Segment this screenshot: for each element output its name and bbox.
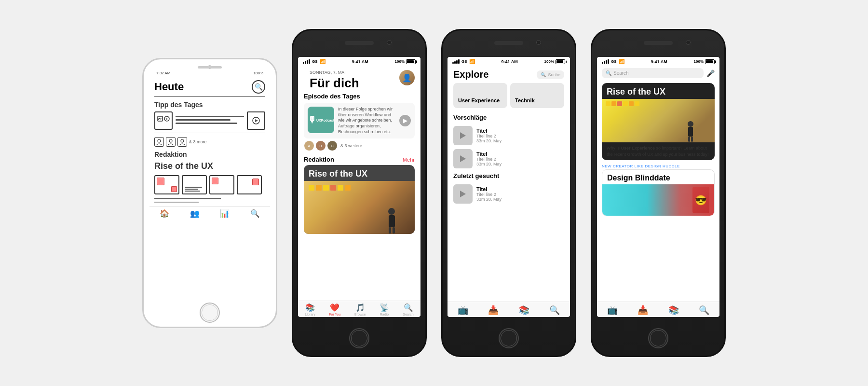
avatar-1: A (304, 140, 314, 151)
search-pill-explore[interactable]: 🔍 Suche (537, 70, 564, 79)
tab-search-3[interactable]: 🔍 (549, 305, 560, 316)
new-creator-link[interactable]: DESIGN HUDDLE (645, 164, 680, 168)
tab-lib-4[interactable]: 📚 (668, 305, 679, 316)
bar4-3 (458, 59, 460, 64)
sketch-tab-chart-icon[interactable]: 📊 (220, 209, 230, 218)
wifi-4: 📶 (619, 59, 624, 64)
tab-foryou-label: For You (329, 313, 340, 316)
battery-icon-2 (406, 59, 416, 64)
new-creator-label: NEW CREATOR LIKE DESIGN HUDDLE (597, 162, 719, 169)
status-right-4: 100% (694, 59, 715, 64)
user-avatar-2[interactable]: 👤 (399, 70, 415, 85)
fuerdich-screen: SONNTAG, 7. MAI Für dich 👤 Episode des T… (298, 65, 420, 301)
home-button-2[interactable] (349, 328, 369, 348)
redaktion-mehr[interactable]: Mehr (403, 157, 415, 163)
suggestion-info-1: Titel Titel line 2 33m 20. May (476, 128, 502, 143)
bar2 (305, 61, 306, 64)
tab-radio[interactable]: 📡 Radio (380, 303, 389, 316)
person-figure-4 (686, 121, 695, 142)
suggestion-1[interactable]: Titel Titel line 2 33m 20. May (448, 124, 570, 147)
tab-library-label: Library (305, 313, 315, 316)
screen-3: GS 📶 9:41 AM 100% Explore (448, 57, 570, 317)
sketch-thumb-2 (182, 175, 207, 194)
tab-search-2[interactable]: 🔍 Search (403, 303, 413, 316)
category-technik[interactable]: Technik (510, 83, 564, 108)
svg-rect-13 (393, 227, 395, 234)
svg-point-10 (388, 208, 395, 215)
episode-card[interactable]: 🎙 UXPodcast In dieser Folge sprechen wir… (304, 103, 415, 138)
mic-icon-4[interactable]: 🎤 (706, 69, 715, 77)
battery-fill-4 (706, 60, 713, 63)
suggestion-2[interactable]: Titel Titel line 2 33m 20. May (448, 147, 570, 170)
status-bar-3: GS 📶 9:41 AM 100% (448, 57, 570, 65)
suggestion-thumb-1 (453, 126, 473, 145)
tab-inbox-4[interactable]: 📥 (637, 305, 648, 316)
tab-search-icon-4[interactable]: 🔍 (699, 305, 709, 316)
sketch-tab-search-icon[interactable]: 🔍 (250, 209, 260, 218)
battery-pct-4: 100% (694, 59, 704, 64)
recent-1[interactable]: Titel Titel line 2 33m 20. May (448, 182, 570, 206)
tab-browse[interactable]: 🎵 Browse (354, 303, 366, 316)
battery-pct-2: 100% (395, 59, 405, 64)
wifi-2: 📶 (320, 59, 326, 64)
tab-tv-3[interactable]: 📺 (458, 305, 468, 316)
home-button-sketch[interactable] (200, 303, 220, 323)
volume-down-2 (292, 110, 293, 127)
tab-foryou[interactable]: ❤️ For You (329, 303, 340, 316)
power-button-2 (425, 93, 427, 120)
svg-rect-15 (688, 127, 693, 137)
power-button-3 (575, 93, 576, 120)
screen-4: GS 📶 9:41 AM 100% (597, 57, 719, 317)
search-bar-row: 🔍 Search 🎤 (597, 65, 719, 81)
status-left-4: GS 📶 (602, 59, 624, 64)
bar2-3 (454, 61, 456, 64)
episode-cover: 🎙 UXPodcast (308, 107, 334, 133)
svg-point-9 (181, 139, 184, 142)
person-figure (386, 207, 398, 234)
category-ux[interactable]: User Experience (453, 83, 507, 108)
volume-down-3 (441, 110, 443, 127)
bar1 (303, 62, 304, 64)
bar2-4 (604, 61, 605, 64)
battery-fill-3 (556, 60, 563, 63)
svg-point-8 (169, 139, 172, 142)
camera-2 (387, 40, 392, 45)
bar3 (307, 60, 308, 64)
sketch-more-label: & 3 more (189, 139, 207, 144)
redaktion-card[interactable]: Rise of the UX (304, 165, 415, 234)
sketch-icons-row: & 3 more (154, 137, 265, 147)
phone-2-fuerdich: GS 📶 9:41 AM 100% SONNTAG, (292, 29, 427, 357)
radio-icon: 📡 (380, 303, 389, 312)
episode-title: Episode des Tages (304, 93, 415, 100)
home-button-3[interactable] (499, 328, 519, 348)
volume-up-4 (591, 88, 592, 105)
tab-lib-3[interactable]: 📚 (519, 305, 529, 316)
ux-bold: User Experience (621, 146, 655, 151)
svg-rect-12 (389, 227, 391, 234)
svg-rect-17 (691, 137, 693, 142)
tab-search-label-2: Search (403, 313, 413, 316)
suggestion-sub-1: Titel line 2 (476, 134, 502, 138)
fuerdich-heading: Für dich (304, 75, 365, 93)
sketch-heute-title: Heute (154, 81, 184, 93)
category-ux-label: User Experience (458, 97, 500, 103)
battery-icon-4 (705, 59, 715, 64)
sketch-tab-home-icon[interactable]: 🏠 (160, 209, 169, 218)
camera-3 (536, 40, 541, 45)
bar1-3 (452, 62, 454, 64)
tab-library[interactable]: 📚 Library (305, 303, 315, 316)
sketch-search-icon[interactable]: 🔍 (252, 80, 265, 94)
main-article-card[interactable]: Rise of the UX (602, 83, 715, 160)
tab-inbox-3[interactable]: 📥 (488, 305, 499, 316)
redaktion-title: Redaktion (304, 156, 334, 163)
play-button-2[interactable]: ▶ (399, 115, 411, 126)
status-bar-4: GS 📶 9:41 AM 100% (597, 57, 719, 65)
design-card[interactable]: Design Blinddate 😎 (602, 169, 715, 216)
home-button-4[interactable] (648, 328, 668, 348)
sketch-tab-people-icon[interactable]: 👥 (190, 209, 200, 218)
bar3-3 (456, 60, 458, 64)
screen-content-4: GS 📶 9:41 AM 100% (597, 57, 719, 317)
search-input-4[interactable]: 🔍 Search (602, 68, 704, 78)
tab-tv-4[interactable]: 📺 (607, 305, 618, 316)
time-2: 9:41 AM (352, 59, 368, 64)
